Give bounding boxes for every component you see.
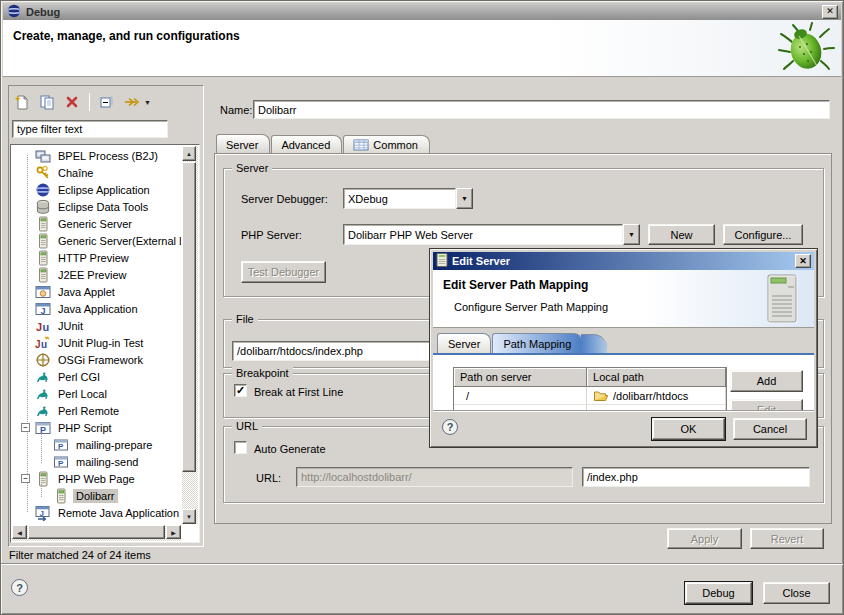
eclipse-logo-icon — [6, 3, 22, 21]
svg-text:J: J — [40, 508, 44, 517]
tree-item-label: Chaîne — [55, 166, 96, 180]
tree-item-label: JUnit — [55, 319, 86, 333]
column-header-path-on-server[interactable]: Path on server — [454, 368, 587, 387]
collapse-toggle-icon[interactable]: − — [21, 474, 30, 483]
url-file-input[interactable]: /index.php — [582, 467, 810, 487]
folder-icon — [593, 388, 609, 404]
new-server-button[interactable]: New — [648, 224, 715, 245]
camel-icon — [35, 403, 51, 419]
filter-menu-icon[interactable] — [121, 91, 143, 113]
break-first-line-checkbox[interactable]: ✓ — [234, 384, 247, 397]
tree-item-mailing-send[interactable]: Pmailing-send — [11, 453, 181, 470]
tree-item-dolibarr[interactable]: Dolibarr — [11, 487, 181, 504]
tree-item-cha-ne[interactable]: Chaîne — [11, 164, 181, 181]
php-server-select[interactable]: Dolibarr PHP Web Server ▼ — [343, 224, 640, 245]
test-debugger-button[interactable]: Test Debugger — [241, 261, 326, 283]
tree-item-label: Eclipse Application — [55, 183, 153, 197]
tree-item-label: Generic Server(External La — [55, 234, 181, 248]
title-bar[interactable]: Debug ✕ — [3, 3, 841, 20]
dialog-header: Edit Server Path Mapping Configure Serve… — [433, 270, 814, 328]
collapse-all-icon[interactable] — [96, 91, 118, 113]
name-label: Name: — [220, 104, 252, 116]
dialog-tabs: ServerPath Mapping — [437, 333, 582, 353]
tab-server[interactable]: Server — [216, 134, 270, 154]
apply-button[interactable]: Apply — [667, 528, 742, 549]
chevron-down-icon[interactable]: ▼ — [456, 188, 473, 209]
mapping-row[interactable]: //dolibarr/htdocs — [454, 387, 726, 405]
scroll-down-icon[interactable]: ▼ — [182, 509, 196, 524]
config-tree: BPEL Process (B2J)ChaîneEclipse Applicat… — [10, 144, 200, 543]
filter-input[interactable]: type filter text — [12, 120, 168, 138]
tree-item-j2ee-preview[interactable]: J2EE Preview — [11, 266, 181, 283]
configure-server-button[interactable]: Configure... — [723, 224, 803, 245]
tab-label: Server — [448, 338, 480, 350]
tab-advanced[interactable]: Advanced — [271, 135, 342, 154]
tree-item-http-preview[interactable]: HTTP Preview — [11, 249, 181, 266]
server-debugger-select[interactable]: XDebug ▼ — [343, 188, 473, 209]
auto-generate-label: Auto Generate — [254, 443, 326, 455]
tree-item-perl-local[interactable]: Perl Local — [11, 385, 181, 402]
footer-separator — [1, 563, 843, 565]
scroll-up-icon[interactable]: ▲ — [182, 146, 196, 161]
cancel-button[interactable]: Cancel — [733, 418, 807, 440]
junit-icon: Ju — [35, 318, 51, 334]
bpel-process-icon — [35, 148, 51, 164]
ok-button[interactable]: OK — [652, 418, 725, 440]
duplicate-config-icon[interactable] — [36, 91, 58, 113]
add-mapping-button[interactable]: Add — [730, 370, 803, 392]
dialog-close-icon[interactable]: ✕ — [795, 254, 811, 268]
collapse-toggle-icon[interactable]: − — [21, 423, 30, 432]
tree-item-perl-remote[interactable]: Perl Remote — [11, 402, 181, 419]
server-icon — [35, 250, 51, 266]
vertical-scroll-thumb[interactable] — [182, 162, 196, 472]
tab-path-mapping[interactable]: Path Mapping — [492, 333, 582, 353]
chevron-down-icon[interactable]: ▼ — [623, 224, 640, 245]
tab-label: Common — [373, 139, 418, 151]
dialog-help-icon[interactable]: ? — [442, 419, 458, 435]
help-icon[interactable]: ? — [11, 579, 28, 596]
breakpoint-group-legend: Breakpoint — [232, 367, 293, 379]
tree-vertical-scrollbar[interactable]: ▲ ▼ — [182, 146, 198, 524]
debug-button[interactable]: Debug — [685, 582, 752, 604]
server-icon — [436, 253, 448, 269]
tree-item-php-script[interactable]: −PPHP Script — [11, 419, 181, 436]
name-input[interactable]: Dolibarr — [253, 100, 830, 119]
delete-config-icon[interactable] — [61, 91, 83, 113]
tree-item-remote-java-application[interactable]: JRemote Java Application — [11, 504, 181, 521]
tab-server[interactable]: Server — [437, 333, 491, 353]
tree-item-bpel-process-b2j[interactable]: BPEL Process (B2J) — [11, 147, 181, 164]
tree-item-eclipse-application[interactable]: Eclipse Application — [11, 181, 181, 198]
url-label: URL: — [256, 472, 281, 484]
new-config-icon[interactable]: ✦ — [11, 91, 33, 113]
tree-horizontal-scrollbar[interactable]: ◀ ▶ — [12, 525, 181, 541]
tab-common[interactable]: Common — [343, 135, 430, 154]
tree-item-mailing-prepare[interactable]: Pmailing-prepare — [11, 436, 181, 453]
tree-item-generic-server-external-la[interactable]: Generic Server(External La — [11, 232, 181, 249]
dialog-title-bar[interactable]: Edit Server ✕ — [433, 252, 814, 270]
auto-generate-checkbox[interactable] — [234, 441, 247, 454]
scroll-right-icon[interactable]: ▶ — [166, 525, 181, 539]
path-mapping-table: Path on serverLocal path//dolibarr/htdoc… — [453, 367, 727, 412]
tree-item-perl-cgi[interactable]: Perl CGI — [11, 368, 181, 385]
tree-item-generic-server[interactable]: Generic Server — [11, 215, 181, 232]
window-close-icon[interactable]: ✕ — [822, 5, 838, 19]
tree-item-java-applet[interactable]: Java Applet — [11, 283, 181, 300]
tree-item-eclipse-data-tools[interactable]: Eclipse Data Tools — [11, 198, 181, 215]
revert-button[interactable]: Revert — [750, 528, 824, 549]
tree-item-junit[interactable]: JuJUnit — [11, 317, 181, 334]
scroll-left-icon[interactable]: ◀ — [12, 525, 27, 539]
column-header-local-path[interactable]: Local path — [587, 368, 726, 387]
tree-item-java-application[interactable]: JJava Application — [11, 300, 181, 317]
horizontal-scroll-thumb[interactable] — [28, 525, 165, 539]
tree-item-label: BPEL Process (B2J) — [55, 149, 161, 163]
url-input[interactable]: http://localhostdolibarr/ — [296, 467, 573, 487]
tree-item-osgi-framework[interactable]: OSGi Framework — [11, 351, 181, 368]
close-button[interactable]: Close — [763, 582, 830, 604]
tree-item-php-web-page[interactable]: −PHP Web Page — [11, 470, 181, 487]
server-icon — [35, 216, 51, 232]
tree-item-junit-plug-in-test[interactable]: JuJUnit Plug-in Test — [11, 334, 181, 351]
chevron-down-icon[interactable]: ▼ — [144, 99, 151, 106]
php-server-value: Dolibarr PHP Web Server — [343, 224, 623, 245]
svg-text:J: J — [41, 305, 46, 315]
dialog-heading: Edit Server Path Mapping — [443, 278, 588, 292]
